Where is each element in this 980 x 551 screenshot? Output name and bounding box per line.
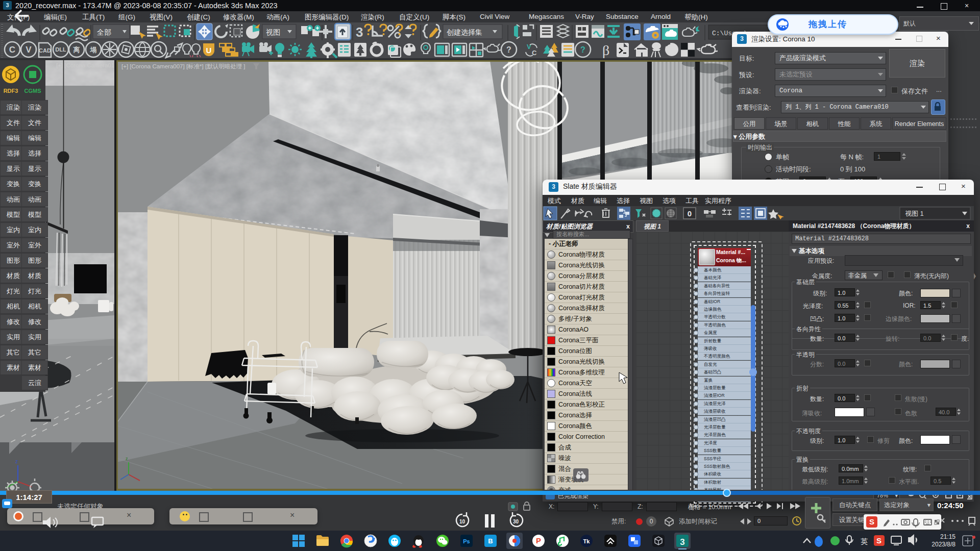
svg-text:视图: 视图 [266, 28, 280, 36]
svg-text:创建选择集: 创建选择集 [447, 28, 482, 36]
svg-text:离: 离 [73, 46, 80, 54]
svg-text:英: 英 [861, 537, 868, 545]
svg-text:3: 3 [680, 537, 684, 547]
svg-text:S: S [876, 536, 881, 545]
svg-text:0: 0 [688, 209, 692, 218]
svg-text:z: z [126, 456, 128, 461]
svg-text:视图 1: 视图 1 [905, 210, 924, 217]
svg-text:P: P [536, 536, 541, 545]
svg-text:?: ? [580, 45, 585, 54]
svg-text:C: C [9, 45, 15, 55]
svg-text:Tk: Tk [583, 538, 591, 544]
svg-text:10: 10 [459, 519, 465, 524]
svg-text:塌: 塌 [90, 46, 97, 54]
svg-text:β: β [602, 42, 609, 58]
svg-text:CAD: CAD [39, 47, 51, 54]
svg-text:RDF3: RDF3 [4, 88, 18, 94]
svg-text:[+] [Corona Camera010]: [+] [Corona Camera010] [56, 62, 114, 68]
svg-text:Ps: Ps [463, 538, 470, 544]
svg-text:z: z [15, 459, 18, 464]
svg-text:U: U [206, 46, 212, 55]
svg-text:B: B [488, 537, 493, 545]
svg-text:?: ? [506, 45, 511, 54]
svg-text:3: 3 [356, 24, 363, 40]
svg-text:30: 30 [513, 519, 519, 524]
svg-text:DLL: DLL [55, 46, 66, 53]
svg-text:[+] [Corona Camera007] [标准*] [: [+] [Corona Camera007] [标准*] [默认明暗处理 ] [121, 63, 246, 69]
svg-text:全部: 全部 [97, 28, 111, 36]
svg-text:V: V [26, 45, 32, 55]
svg-text:CGMS: CGMS [24, 88, 41, 94]
